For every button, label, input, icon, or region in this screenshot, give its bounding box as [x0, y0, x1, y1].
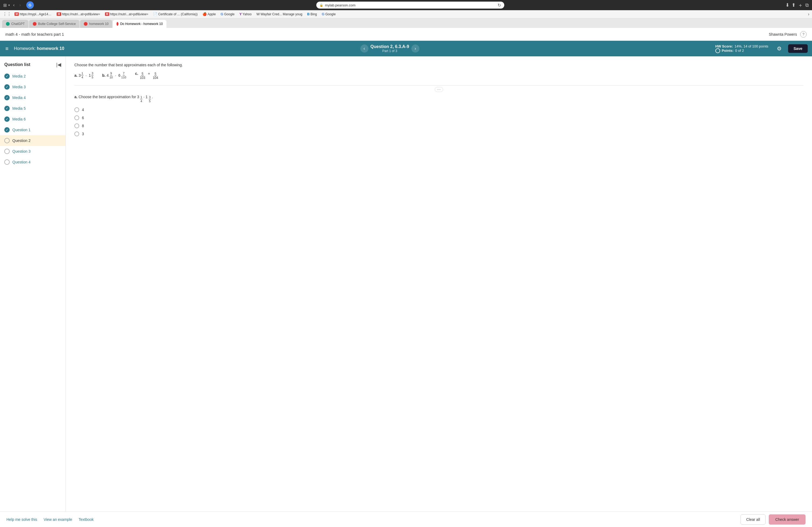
incomplete-icon — [4, 160, 10, 165]
reload-button[interactable]: ↻ — [497, 3, 501, 8]
option-4[interactable]: 4 — [74, 107, 803, 112]
browser-chrome: ⊞ ▾ ‹ › G 🔒 mylab.pearson.com ↻ ⬇ ⬆ ＋ ⧉ — [0, 0, 812, 10]
view-example-button[interactable]: View an example — [44, 517, 72, 522]
prev-question-button[interactable]: ‹ — [360, 45, 368, 52]
bookmark-wayfair[interactable]: W Wayfair Cred... Manage youg — [255, 12, 304, 17]
sidebar-label: Question 3 — [12, 149, 31, 153]
next-question-button[interactable]: › — [411, 45, 419, 52]
bookmark-pdf1[interactable]: M https://mypl...Age14%2B.pdf — [13, 12, 54, 17]
bookmark-nutri1[interactable]: M https://nutri...at=pdf&view= — [55, 12, 102, 17]
save-button[interactable]: Save — [788, 44, 808, 53]
download-icon[interactable]: ⬇ — [785, 2, 789, 8]
bookmark-label: Yahoo — [243, 12, 251, 16]
question-title: Question 2, 6.3.A-9 — [371, 44, 409, 49]
option-3-label: 3 — [82, 132, 84, 136]
address-bar[interactable]: 🔒 mylab.pearson.com ↻ — [316, 2, 504, 9]
browser-actions[interactable]: ⬇ ⬆ ＋ ⧉ — [785, 2, 809, 9]
sidebar-item-media5[interactable]: ✓ Media 5 — [0, 103, 66, 114]
sidebar-item-question3[interactable]: Question 3 — [0, 146, 66, 157]
clear-all-button[interactable]: Clear all — [741, 514, 766, 525]
page-header: math 4 - math for teachers part 1 Shawnt… — [0, 28, 812, 41]
complete-icon: ✓ — [4, 74, 10, 79]
part-a-label: a. — [74, 73, 77, 77]
sidebar-item-question1[interactable]: ✓ Question 1 — [0, 124, 66, 135]
complete-icon: ✓ — [4, 106, 10, 111]
tab-butte[interactable]: Butte College Self-Service — [29, 20, 79, 28]
option-4-label: 4 — [82, 108, 84, 112]
question-navigation: ‹ Question 2, 6.3.A-9 Part 1 of 3 › — [360, 44, 419, 53]
sidebar-collapse-button[interactable]: |◀ — [56, 62, 61, 67]
divider-handle-icon: ··· — [435, 87, 443, 92]
sidebar-label: Question 2 — [12, 138, 31, 143]
new-tab-icon[interactable]: ＋ — [798, 2, 803, 9]
part-a-expr2: 1 35 — [89, 71, 94, 79]
bottom-bar: Help me solve this View an example Textb… — [0, 511, 812, 527]
check-answer-button[interactable]: Check answer — [769, 514, 806, 525]
sidebar-item-question4[interactable]: Question 4 — [0, 157, 66, 167]
radio-4[interactable] — [74, 107, 79, 112]
option-6-label: 6 — [82, 116, 84, 120]
divider-handle[interactable]: ··· — [74, 87, 803, 92]
textbook-button[interactable]: Textbook — [79, 517, 94, 522]
sidebar-label: Media 2 — [12, 74, 26, 78]
sub-question-a: a. Choose the best approximation for 3 1… — [74, 95, 803, 103]
tab-chatgpt[interactable]: ChatGPT — [2, 20, 28, 28]
tab-do-homework[interactable]: Do Homework - homework 10 — [113, 20, 166, 28]
bookmark-menu-icon[interactable]: ⋮⋮ — [3, 12, 11, 17]
fraction-part-c: c. 5 103 + 5 104 — [135, 71, 159, 80]
bookmark-label: https://mypl...Age14%2B.pdf — [19, 12, 52, 16]
sidebar-item-question2[interactable]: Question 2 — [0, 135, 66, 146]
page-title: math 4 - math for teachers part 1 — [5, 32, 64, 36]
sub-question-num2: 35 — [149, 95, 151, 103]
sidebar-item-media4[interactable]: ✓ Media 4 — [0, 92, 66, 103]
option-6[interactable]: 6 — [74, 115, 803, 120]
part-b-expr2: 6 7110 — [118, 71, 127, 79]
menu-button[interactable]: ≡ — [4, 45, 10, 53]
option-8[interactable]: 8 — [74, 123, 803, 128]
option-3[interactable]: 3 — [74, 132, 803, 136]
browser-logo: G — [26, 1, 34, 9]
tab-favicon-do-hw — [117, 22, 118, 26]
bookmark-google2[interactable]: G Google — [320, 12, 337, 17]
settings-button[interactable]: ⚙ — [777, 45, 782, 52]
radio-8[interactable] — [74, 123, 79, 128]
bookmark-cert[interactable]: 📄 Certificate of ... (California)) — [151, 12, 199, 17]
question-info: Question 2, 6.3.A-9 Part 1 of 3 — [371, 44, 409, 53]
sidebar-title: Question list — [4, 62, 30, 67]
bookmark-label: Wayfair Cred... Manage youg — [260, 12, 302, 16]
tab-favicon-chatgpt — [6, 22, 10, 26]
sidebar-item-media6[interactable]: ✓ Media 6 — [0, 114, 66, 124]
sidebar-item-media3[interactable]: ✓ Media 3 — [0, 81, 66, 92]
browser-controls[interactable]: ⊞ ▾ ‹ › — [3, 2, 23, 8]
bookmark-yahoo[interactable]: Y Yahoo — [238, 12, 253, 17]
bookmark-nutri2[interactable]: M https://nutri...at=pdf&view= — [103, 12, 150, 17]
sidebar-label: Media 3 — [12, 85, 26, 89]
bookmark-label: Certificate of ... (California)) — [158, 12, 198, 16]
points-circle-icon — [715, 48, 720, 53]
fraction-part-a: a. 3 14 · 1 35 — [74, 71, 93, 80]
bookmark-apple[interactable]: 🍎 Apple — [201, 12, 218, 17]
sub-question-period: . — [152, 95, 153, 99]
help-solve-button[interactable]: Help me solve this — [6, 517, 37, 522]
sidebar-label: Media 4 — [12, 95, 26, 100]
sidebar-label: Question 4 — [12, 160, 31, 164]
back-button[interactable]: ‹ — [12, 2, 16, 8]
tabs-icon[interactable]: ⧉ — [805, 2, 809, 8]
complete-icon: ✓ — [4, 117, 10, 122]
bookmark-bing[interactable]: B Bing — [306, 12, 318, 17]
sidebar-item-media2[interactable]: ✓ Media 2 — [0, 71, 66, 81]
bookmark-label: Google — [325, 12, 336, 16]
bookmark-google1[interactable]: G Google — [219, 12, 236, 17]
radio-6[interactable] — [74, 115, 79, 120]
complete-icon: ✓ — [4, 95, 10, 100]
homework-title: Homework: homework 10 — [14, 46, 64, 51]
bookmarks-more-icon[interactable]: › — [808, 12, 809, 17]
forward-button[interactable]: › — [18, 2, 22, 8]
sidebar: Question list |◀ ✓ Media 2 ✓ Media 3 ✓ M… — [0, 56, 66, 511]
tab-homework10[interactable]: homework 10 — [80, 20, 112, 28]
radio-3[interactable] — [74, 132, 79, 136]
help-button[interactable]: ? — [800, 31, 807, 37]
share-icon[interactable]: ⬆ — [792, 2, 796, 8]
points-line: Points: 0 of 2 — [715, 48, 768, 53]
bookmark-label: Apple — [207, 12, 216, 16]
